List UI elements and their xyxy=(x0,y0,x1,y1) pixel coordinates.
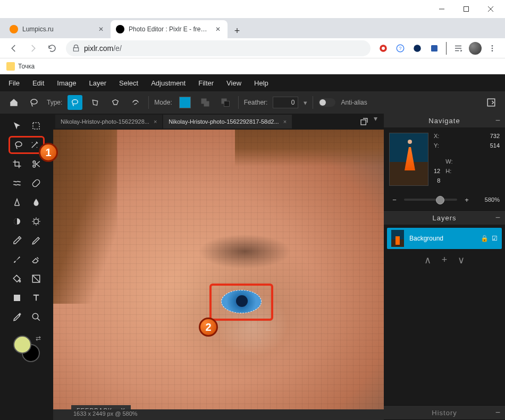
foreground-color[interactable] xyxy=(13,336,31,354)
menu-adjustment[interactable]: Adjustment xyxy=(151,79,186,87)
canvas-area: Nikolay-Hristov-photo-15622928... × Niko… xyxy=(53,114,384,420)
type-freehand-button[interactable] xyxy=(68,95,82,110)
lasso-tool[interactable] xyxy=(11,139,26,151)
layer-down-button[interactable]: ∨ xyxy=(458,254,465,266)
layer-name: Background xyxy=(409,235,443,242)
zoom-in-button[interactable]: + xyxy=(461,194,472,205)
liquify-tool[interactable] xyxy=(9,175,25,191)
window-minimize-button[interactable] xyxy=(430,1,454,17)
lasso-tool-highlight: 1 xyxy=(9,136,45,154)
reading-list-icon[interactable] xyxy=(451,41,466,56)
panel-collapse-button[interactable]: − xyxy=(495,408,501,417)
gradient-tool[interactable] xyxy=(28,271,44,287)
layer-add-button[interactable]: + xyxy=(442,254,448,266)
extension-icon[interactable] xyxy=(376,41,391,56)
new-tab-button[interactable]: + xyxy=(230,23,245,38)
svg-point-12 xyxy=(492,50,493,52)
history-panel-header[interactable]: History − xyxy=(384,406,505,419)
document-tab[interactable]: Nikolay-Hristov-photo-15622928... × xyxy=(55,115,162,128)
type-bezier-button[interactable] xyxy=(128,95,143,110)
marquee-tool[interactable] xyxy=(28,118,44,134)
panel-collapse-button[interactable]: − xyxy=(495,213,501,222)
pen-tool[interactable] xyxy=(28,233,44,248)
text-tool[interactable] xyxy=(28,290,44,306)
mode-subtract-button[interactable] xyxy=(218,95,233,110)
svg-rect-1 xyxy=(464,7,469,12)
document-menu-button[interactable]: ▾ xyxy=(374,114,377,129)
zoom-tool[interactable] xyxy=(28,309,44,325)
window-close-button[interactable] xyxy=(478,1,503,17)
extension-icon[interactable]: ? xyxy=(393,41,408,56)
blur-tool[interactable] xyxy=(28,194,44,210)
window-maximize-button[interactable] xyxy=(454,1,478,17)
crop-tool[interactable] xyxy=(9,156,25,172)
heal-tool[interactable] xyxy=(28,175,44,191)
url-input[interactable]: pixlr.com/e/ xyxy=(66,40,371,56)
color-swatches[interactable]: ⇄ xyxy=(13,336,40,362)
tab-close-button[interactable]: ✕ xyxy=(214,25,222,33)
layer-visibility-icon[interactable]: ☑ xyxy=(492,235,498,242)
extension-icon[interactable] xyxy=(410,41,425,56)
bookmark-item[interactable]: Точка xyxy=(6,62,35,71)
eraser-tool[interactable] xyxy=(28,252,44,268)
menu-layer[interactable]: Layer xyxy=(89,79,107,87)
menu-filter[interactable]: Filter xyxy=(198,79,214,87)
browser-tab-pixlr[interactable]: Photo Editor : Pixlr E - free image ✕ xyxy=(111,20,228,38)
forward-button[interactable] xyxy=(23,40,43,56)
svg-point-28 xyxy=(34,219,39,224)
window-titlebar xyxy=(0,0,505,18)
eyedropper-tool[interactable] xyxy=(9,233,25,248)
layers-panel-header[interactable]: Layers − xyxy=(384,211,505,225)
clone-tool[interactable] xyxy=(9,194,25,210)
menu-select[interactable]: Select xyxy=(119,79,138,87)
brush-tool[interactable] xyxy=(9,252,25,268)
chrome-menu-button[interactable] xyxy=(485,41,500,56)
document-popout-button[interactable] xyxy=(357,114,372,129)
mode-new-button[interactable] xyxy=(178,95,192,110)
extension-icon[interactable] xyxy=(427,41,442,56)
menu-edit[interactable]: Edit xyxy=(32,79,44,87)
bookmark-label: Точка xyxy=(18,63,35,70)
tab-title: Photo Editor : Pixlr E - free image xyxy=(129,25,211,33)
menu-view[interactable]: View xyxy=(226,79,241,87)
home-button[interactable] xyxy=(6,95,21,110)
swap-colors-icon[interactable]: ⇄ xyxy=(36,335,41,342)
navigate-thumbnail[interactable] xyxy=(389,133,428,186)
menu-file[interactable]: File xyxy=(9,79,20,87)
move-tool[interactable] xyxy=(9,118,25,134)
toolbar-collapse-button[interactable] xyxy=(484,95,499,110)
panel-collapse-button[interactable]: − xyxy=(495,116,501,125)
zoom-slider[interactable] xyxy=(404,199,457,201)
layer-row-background[interactable]: Background 🔒 ☑ xyxy=(387,228,502,249)
back-button[interactable] xyxy=(4,40,23,56)
feather-input[interactable] xyxy=(273,97,298,108)
shape-tool[interactable] xyxy=(9,290,25,306)
navigate-stats: X:732 Y:514 W:12 H:8 xyxy=(434,133,500,186)
profile-button[interactable] xyxy=(468,41,483,56)
document-tab-active[interactable]: Nikolay-Hristov-photo-1562292817-58d2...… xyxy=(163,115,292,128)
mode-add-button[interactable] xyxy=(198,95,213,110)
zoom-out-button[interactable]: − xyxy=(389,194,400,205)
canvas[interactable]: 2 FEEDBACK X 1633 x 2449 px @ 580% xyxy=(53,130,384,420)
tab-title: Lumpics.ru xyxy=(22,25,94,33)
layer-up-button[interactable]: ∧ xyxy=(424,254,431,266)
favicon-icon xyxy=(116,25,124,33)
navigate-panel-header[interactable]: Navigate − xyxy=(384,114,505,127)
antialias-toggle[interactable] xyxy=(318,98,335,107)
sponge-tool[interactable] xyxy=(28,213,44,229)
color-picker-tool[interactable] xyxy=(9,309,25,325)
document-tab-close-button[interactable]: × xyxy=(154,118,157,125)
layer-lock-icon[interactable]: 🔒 xyxy=(481,235,489,242)
type-polygon-button[interactable] xyxy=(88,95,103,110)
canvas-dimensions: 1633 x 2449 px @ 580% xyxy=(73,410,138,417)
dodge-tool[interactable] xyxy=(9,213,25,229)
document-tab-close-button[interactable]: × xyxy=(283,118,287,125)
fill-tool[interactable] xyxy=(9,271,25,287)
tab-close-button[interactable]: ✕ xyxy=(97,25,105,33)
browser-tab-lumpics[interactable]: Lumpics.ru ✕ xyxy=(4,20,111,38)
url-path: /e/ xyxy=(113,44,122,53)
reload-button[interactable] xyxy=(43,40,62,56)
menu-image[interactable]: Image xyxy=(57,79,76,87)
type-magnetic-button[interactable] xyxy=(108,95,123,110)
menu-help[interactable]: Help xyxy=(254,79,268,87)
